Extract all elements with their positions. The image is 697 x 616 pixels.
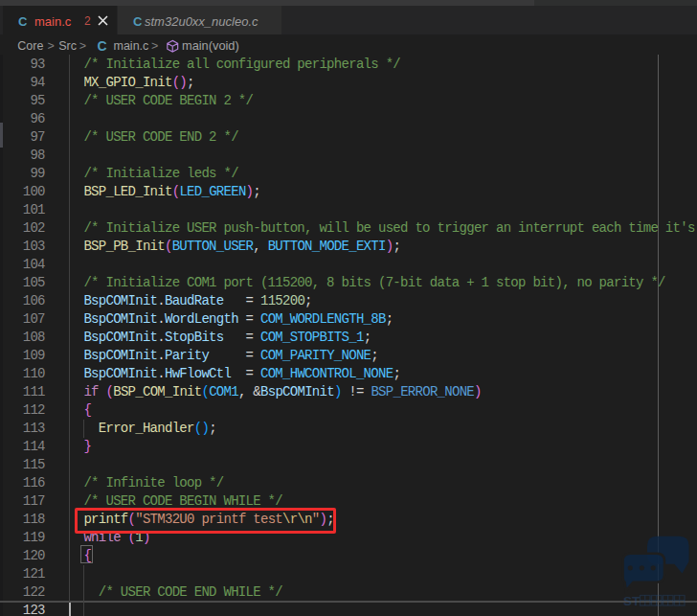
svg-text:ST: ST [623,594,641,608]
